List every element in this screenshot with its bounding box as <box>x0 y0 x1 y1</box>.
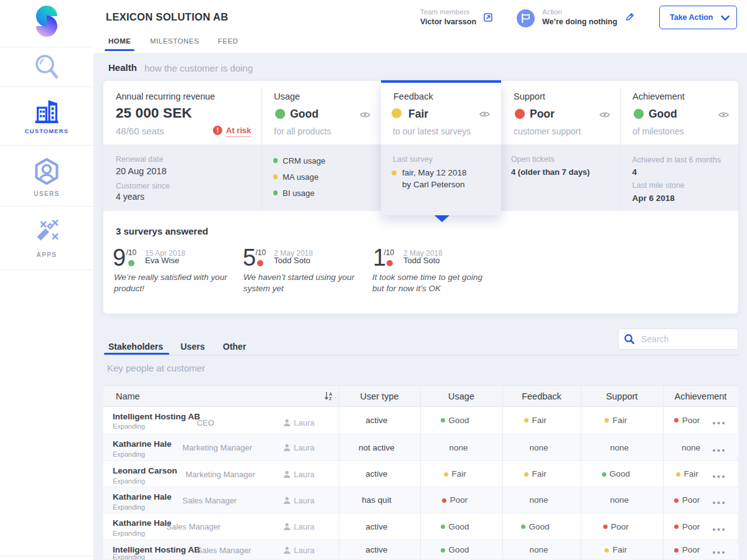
svg-text:A: A <box>329 392 332 396</box>
svg-text:Z: Z <box>329 396 332 401</box>
